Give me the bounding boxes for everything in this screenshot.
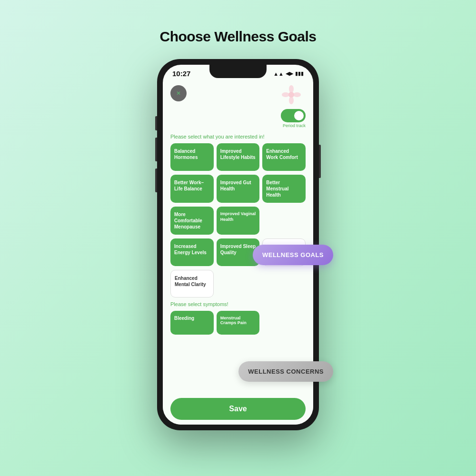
volume-up-button: [155, 116, 157, 130]
goal-increased-energy[interactable]: Increased Energy Levels: [170, 238, 214, 266]
back-button[interactable]: ✕: [170, 85, 187, 101]
status-icons: ▲▲ ◀▶ ▮▮▮: [273, 70, 304, 77]
battery-icon: ▮▮▮: [295, 70, 304, 77]
goal-better-work-life[interactable]: Better Work–Life Balance: [170, 175, 214, 203]
goal-better-menstrual[interactable]: Better Menstrual Health: [262, 175, 306, 203]
toggle-label: Period track: [283, 123, 306, 128]
silent-button: [155, 169, 157, 192]
phone-notch: [209, 65, 267, 78]
symptoms-grid: Bleeding Menstrual Cramps Pain: [170, 311, 306, 335]
phone-content: ✕: [163, 79, 313, 393]
page-title: Choose Wellness Goals: [159, 29, 316, 45]
goals-grid-row2: Better Work–Life Balance Improved Gut He…: [170, 175, 306, 203]
flower-decoration: [277, 85, 306, 104]
status-time: 10:27: [172, 69, 190, 78]
goals-single-row: Enhanced Mental Clarity: [170, 270, 306, 298]
goals-prompt: Please select what you are interested in…: [170, 134, 306, 139]
symptom-cramps[interactable]: Menstrual Cramps Pain: [217, 311, 260, 335]
wellness-concerns-badge: WELLNESS CONCERNS: [238, 361, 333, 382]
goal-improved-lifestyle[interactable]: Improved Lifestyle Habits: [217, 143, 260, 171]
goal-improved-gut[interactable]: Improved Gut Health: [217, 175, 260, 203]
power-button: [319, 145, 321, 178]
symptom-bleeding[interactable]: Bleeding: [170, 311, 214, 335]
wifi-icon: ◀▶: [286, 70, 293, 77]
period-track-toggle[interactable]: [281, 109, 306, 122]
goal-enhanced-mental[interactable]: Enhanced Mental Clarity: [170, 270, 214, 298]
goal-comfortable-menopause[interactable]: More Comfortable Menopause: [170, 207, 214, 235]
svg-point-2: [289, 97, 294, 104]
toggle-section: Period track: [170, 109, 306, 128]
save-button[interactable]: Save: [170, 398, 306, 420]
wellness-goals-badge: WELLNESS GOALS: [253, 245, 333, 265]
symptoms-section: Please select symptoms! Bleeding Menstru…: [170, 301, 306, 335]
signal-icon: ▲▲: [273, 71, 284, 77]
svg-point-1: [289, 85, 294, 93]
symptoms-prompt: Please select symptoms!: [170, 301, 306, 307]
top-area: ✕: [170, 83, 306, 104]
goals-grid-row3: More Comfortable Menopause Improved Vagi…: [170, 207, 306, 235]
goal-vaginal-health[interactable]: Improved Vaginal Health: [217, 207, 260, 235]
goal-balanced-hormones[interactable]: Balanced Hormones: [170, 143, 214, 171]
goals-grid-row1: Balanced Hormones Improved Lifestyle Hab…: [170, 143, 306, 171]
goal-enhanced-work-comfort[interactable]: Enhanced Work Comfort: [262, 143, 306, 171]
volume-down-button: [155, 138, 157, 161]
x-icon: ✕: [176, 90, 181, 97]
svg-point-4: [293, 92, 301, 97]
svg-point-3: [282, 92, 289, 97]
save-button-container: Save: [163, 393, 313, 425]
